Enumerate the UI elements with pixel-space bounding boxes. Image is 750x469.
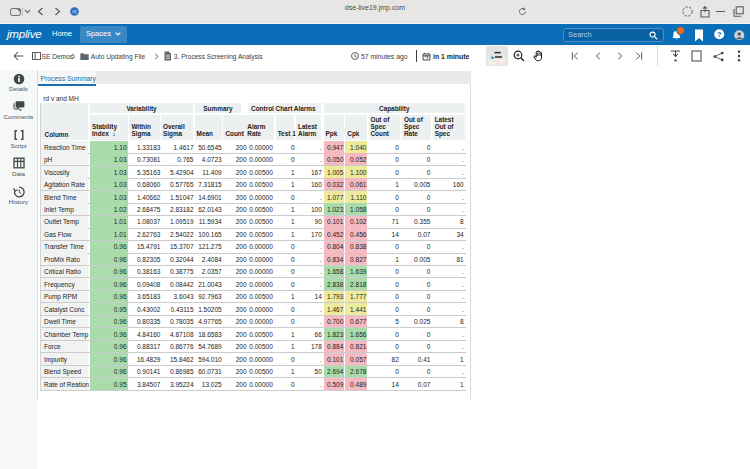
svg-text:?: ?	[717, 30, 722, 39]
